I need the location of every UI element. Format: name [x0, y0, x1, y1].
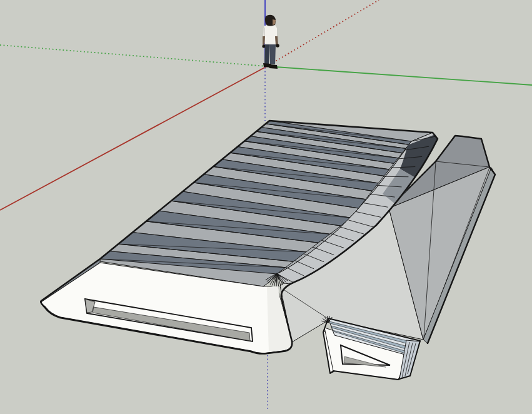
figure-shirt: [263, 25, 277, 44]
figure-right-shoe: [269, 64, 278, 69]
scene-canvas: [0, 0, 532, 414]
fascia-tick: [384, 176, 409, 177]
figure-right-hand: [276, 44, 279, 48]
figure-front-leg: [269, 44, 276, 64]
sketchup-viewport[interactable]: [0, 0, 532, 414]
figure-left-hand: [262, 44, 265, 48]
figure-back-leg: [264, 44, 269, 64]
